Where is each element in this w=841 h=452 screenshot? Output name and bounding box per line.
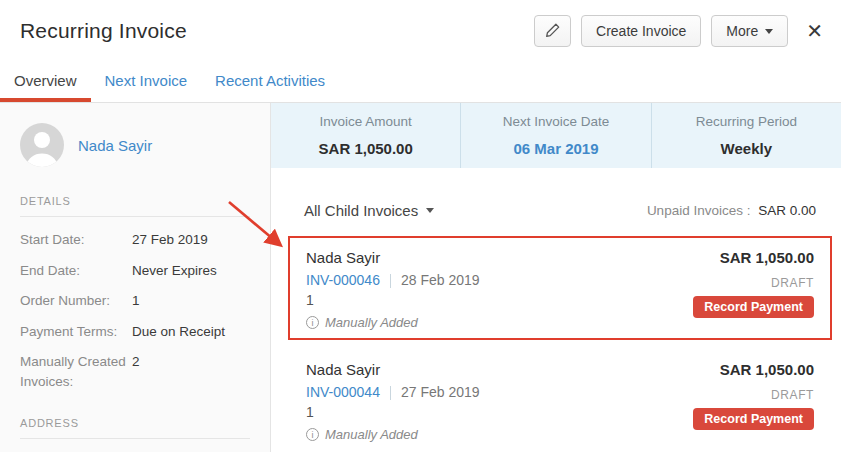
invoice-note: i Manually Added (306, 315, 480, 330)
summary-value: SAR 1,050.00 (319, 140, 413, 157)
detail-value: Never Expires (132, 261, 217, 281)
more-button[interactable]: More (711, 15, 788, 47)
details-heading: DETAILS (20, 195, 250, 217)
invoice-customer-name: Nada Sayir (306, 360, 480, 380)
unpaid-invoices-summary: Unpaid Invoices : SAR 0.00 (647, 203, 816, 218)
invoice-number-link[interactable]: INV-000044 (306, 383, 380, 402)
invoice-list-toolbar: All Child Invoices Unpaid Invoices : SAR… (288, 202, 832, 219)
detail-label: Start Date: (20, 230, 132, 250)
main-panel: Invoice Amount SAR 1,050.00 Next Invoice… (271, 103, 841, 452)
close-icon[interactable]: ✕ (806, 21, 823, 41)
detail-value: 2 (132, 352, 140, 391)
tab-next-invoice[interactable]: Next Invoice (91, 62, 202, 102)
detail-label: Manually Created Invoices: (20, 352, 132, 391)
tab-bar: Overview Next Invoice Recent Activities (0, 62, 841, 103)
user-avatar-icon (20, 123, 64, 167)
more-button-label: More (726, 23, 758, 39)
summary-label: Invoice Amount (320, 114, 412, 129)
invoice-status-badge: DRAFT (771, 276, 814, 290)
detail-row-payment-terms: Payment Terms: Due on Receipt (20, 322, 250, 342)
invoice-number-row: INV-000044 27 Feb 2019 (306, 383, 480, 402)
vertical-divider (390, 274, 391, 288)
record-payment-button[interactable]: Record Payment (693, 296, 814, 318)
invoice-card-amounts: SAR 1,050.00 DRAFT Record Payment (693, 248, 814, 330)
vertical-divider (390, 386, 391, 400)
invoice-card[interactable]: Nada Sayir INV-000044 27 Feb 2019 1 i Ma… (288, 348, 832, 452)
summary-bar: Invoice Amount SAR 1,050.00 Next Invoice… (271, 103, 841, 168)
summary-value: Weekly (721, 140, 772, 157)
detail-value: 1 (132, 291, 140, 311)
detail-label: End Date: (20, 261, 132, 281)
invoice-amount: SAR 1,050.00 (720, 360, 814, 380)
invoice-status-badge: DRAFT (771, 388, 814, 402)
summary-recurring-period: Recurring Period Weekly (651, 103, 841, 168)
customer-name-link[interactable]: Nada Sayir (78, 137, 152, 154)
detail-row-start-date: Start Date: 27 Feb 2019 (20, 230, 250, 250)
invoice-number-row: INV-000046 28 Feb 2019 (306, 271, 480, 290)
invoice-card-amounts: SAR 1,050.00 DRAFT Record Payment (693, 360, 814, 442)
create-invoice-button[interactable]: Create Invoice (581, 15, 701, 47)
summary-label: Next Invoice Date (503, 114, 610, 129)
detail-row-order-number: Order Number: 1 (20, 291, 250, 311)
invoice-order-number: 1 (306, 404, 480, 421)
invoice-date: 27 Feb 2019 (401, 383, 480, 402)
sidebar: Nada Sayir DETAILS Start Date: 27 Feb 20… (0, 103, 271, 452)
header-actions: Create Invoice More ✕ (534, 15, 823, 47)
unpaid-invoices-label: Unpaid Invoices : (647, 203, 751, 218)
info-icon: i (306, 428, 319, 441)
filter-label: All Child Invoices (304, 202, 418, 219)
summary-invoice-amount: Invoice Amount SAR 1,050.00 (271, 103, 460, 168)
record-payment-button[interactable]: Record Payment (693, 408, 814, 430)
edit-button[interactable] (534, 15, 571, 47)
invoice-list: All Child Invoices Unpaid Invoices : SAR… (271, 168, 841, 452)
info-icon: i (306, 316, 319, 329)
caret-down-icon (765, 29, 773, 34)
invoice-card-highlighted[interactable]: Nada Sayir INV-000046 28 Feb 2019 1 i Ma… (288, 236, 832, 340)
next-invoice-date-link[interactable]: 06 Mar 2019 (513, 140, 598, 157)
invoice-card-details: Nada Sayir INV-000046 28 Feb 2019 1 i Ma… (306, 248, 480, 330)
caret-down-icon (426, 208, 434, 213)
child-invoices-filter-dropdown[interactable]: All Child Invoices (304, 202, 434, 219)
unpaid-invoices-value: SAR 0.00 (758, 203, 816, 218)
detail-row-end-date: End Date: Never Expires (20, 261, 250, 281)
address-section: ADDRESS Billing Address (20, 417, 250, 452)
detail-value: 27 Feb 2019 (132, 230, 208, 250)
invoice-order-number: 1 (306, 292, 480, 309)
tab-overview[interactable]: Overview (0, 62, 91, 102)
page-title: Recurring Invoice (20, 19, 187, 43)
detail-value: Due on Receipt (132, 322, 225, 342)
pencil-icon (545, 22, 561, 41)
invoice-date: 28 Feb 2019 (401, 271, 480, 290)
tab-recent-activities[interactable]: Recent Activities (201, 62, 339, 102)
invoice-note-text: Manually Added (325, 427, 418, 442)
invoice-amount: SAR 1,050.00 (720, 248, 814, 268)
detail-label: Order Number: (20, 291, 132, 311)
customer-summary: Nada Sayir (20, 123, 250, 167)
invoice-note: i Manually Added (306, 427, 480, 442)
invoice-card-details: Nada Sayir INV-000044 27 Feb 2019 1 i Ma… (306, 360, 480, 442)
summary-label: Recurring Period (696, 114, 797, 129)
page-header: Recurring Invoice Create Invoice More ✕ (0, 0, 841, 62)
detail-label: Payment Terms: (20, 322, 132, 342)
page-body: Nada Sayir DETAILS Start Date: 27 Feb 20… (0, 103, 841, 452)
invoice-note-text: Manually Added (325, 315, 418, 330)
summary-next-invoice-date: Next Invoice Date 06 Mar 2019 (460, 103, 650, 168)
recurring-invoice-page: Recurring Invoice Create Invoice More ✕ … (0, 0, 841, 452)
detail-row-manually-created: Manually Created Invoices: 2 (20, 352, 250, 391)
address-heading: ADDRESS (20, 417, 250, 439)
invoice-customer-name: Nada Sayir (306, 248, 480, 268)
invoice-number-link[interactable]: INV-000046 (306, 271, 380, 290)
